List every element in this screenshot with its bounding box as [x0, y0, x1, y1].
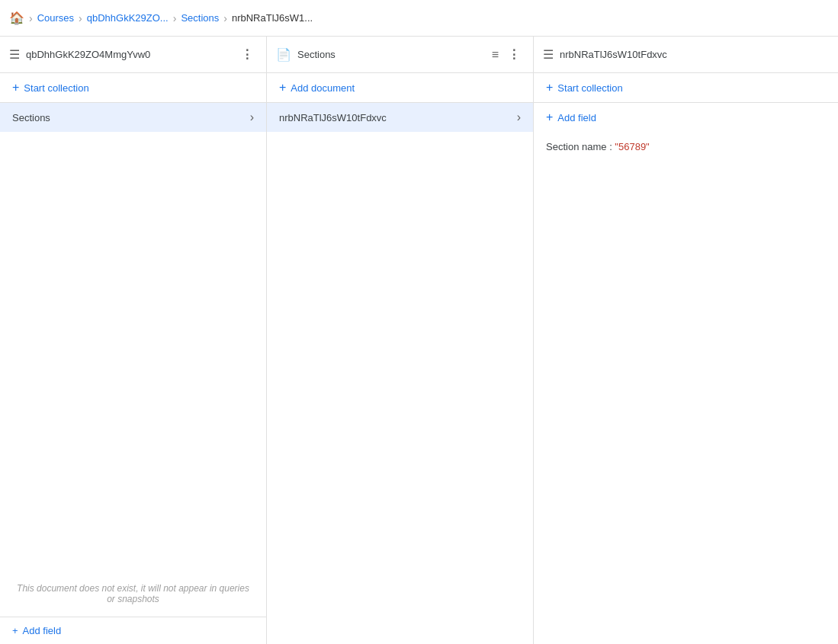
panel-left-menu-btn[interactable]: ⋮	[238, 44, 257, 65]
add-document-label: Add document	[291, 82, 355, 94]
doc-item-label: nrbNRaTlJ6sW10tFdxvc	[279, 112, 517, 123]
panel-right-title: nrbNRaTlJ6sW10tFdxvc	[560, 49, 829, 60]
panel-middle-title: Sections	[297, 49, 483, 60]
breadcrumb-sep-1: ›	[79, 12, 82, 24]
breadcrumb-sep-3: ›	[223, 12, 227, 24]
breadcrumb-sections[interactable]: Sections	[181, 12, 219, 24]
panel-middle-doc-icon: 📄	[276, 47, 291, 62]
panel-middle-spacer	[267, 132, 533, 644]
panel-left-header: ☰ qbDhhGkK29ZO4MmgYvw0 ⋮	[0, 37, 266, 73]
panel-left-title: qbDhhGkK29ZO4MmgYvw0	[26, 49, 232, 60]
main-content: ☰ qbDhhGkK29ZO4MmgYvw0 ⋮ + Start collect…	[0, 37, 838, 644]
doc-list-item[interactable]: nrbNRaTlJ6sW10tFdxvc ›	[267, 103, 533, 132]
panel-middle-menu-btn[interactable]: ⋮	[505, 44, 524, 65]
panel-left-actions: ⋮	[238, 44, 257, 65]
start-collection-btn-left[interactable]: + Start collection	[0, 73, 266, 103]
add-field-plus-icon-right: +	[546, 111, 553, 124]
ghost-text: This document does not exist, it will no…	[0, 571, 266, 617]
doc-item-arrow-icon: ›	[517, 111, 521, 124]
home-icon[interactable]: 🏠	[9, 11, 24, 25]
panel-left-spacer	[0, 132, 266, 571]
panel-right-spacer	[534, 162, 838, 644]
field-key: Section name	[546, 141, 607, 152]
panel-middle-header: 📄 Sections ≡ ⋮	[267, 37, 533, 73]
start-collection-plus-icon-left: +	[12, 81, 19, 95]
breadcrumb-sep-0: ›	[29, 12, 33, 24]
sections-item-label: Sections	[12, 112, 250, 123]
breadcrumb-sep-2: ›	[173, 12, 177, 24]
field-value: "56789"	[615, 141, 649, 152]
panel-right-db-icon: ☰	[543, 47, 554, 62]
panel-right-body: + Start collection + Add field Section n…	[534, 73, 838, 644]
add-field-btn-left[interactable]: + Add field	[0, 617, 266, 644]
breadcrumb: 🏠 › Courses › qbDhhGkK29ZO... › Sections…	[0, 0, 838, 37]
field-section-name: Section name : "56789"	[534, 132, 838, 162]
sections-item-arrow-icon: ›	[250, 111, 254, 124]
panel-left-body: + Start collection Sections › This docum…	[0, 73, 266, 644]
add-field-label-right: Add field	[557, 112, 596, 123]
panel-right-header: ☰ nrbNRaTlJ6sW10tFdxvc	[534, 37, 838, 73]
add-document-plus-icon: +	[279, 81, 286, 95]
breadcrumb-db[interactable]: qbDhhGkK29ZO...	[87, 12, 169, 24]
start-collection-btn-right[interactable]: + Start collection	[534, 73, 838, 103]
panel-middle-body: + Add document nrbNRaTlJ6sW10tFdxvc ›	[267, 73, 533, 644]
panel-middle-filter-btn[interactable]: ≡	[489, 45, 502, 65]
panel-left-db-icon: ☰	[9, 47, 20, 62]
panel-right: ☰ nrbNRaTlJ6sW10tFdxvc + Start collectio…	[534, 37, 838, 644]
start-collection-label-right: Start collection	[557, 82, 622, 94]
start-collection-plus-icon-right: +	[546, 81, 553, 95]
panel-middle-actions: ≡ ⋮	[489, 44, 524, 65]
sections-list-item[interactable]: Sections ›	[0, 103, 266, 132]
panel-middle: 📄 Sections ≡ ⋮ + Add document nrbNRaTlJ6…	[267, 37, 534, 644]
add-field-plus-icon-left: +	[12, 625, 18, 636]
add-field-btn-right[interactable]: + Add field	[534, 103, 838, 132]
add-field-label-left: Add field	[23, 625, 62, 636]
breadcrumb-courses[interactable]: Courses	[37, 12, 74, 24]
breadcrumb-doc: nrbNRaTlJ6sW1...	[232, 12, 313, 24]
panel-left: ☰ qbDhhGkK29ZO4MmgYvw0 ⋮ + Start collect…	[0, 37, 267, 644]
start-collection-label-left: Start collection	[24, 82, 88, 94]
add-document-btn[interactable]: + Add document	[267, 73, 533, 103]
